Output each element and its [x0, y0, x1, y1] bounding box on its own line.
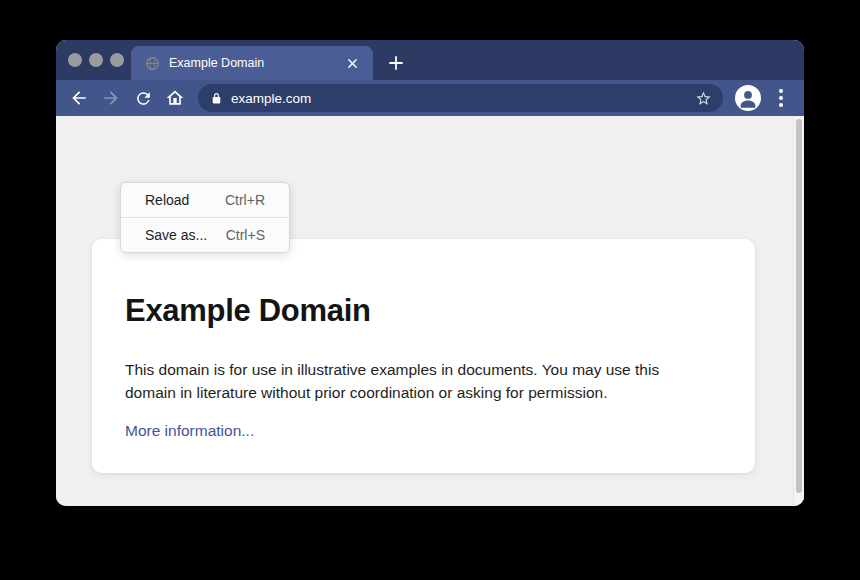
content-card: Example Domain This domain is for use in… — [92, 239, 755, 473]
window-minimize-button[interactable] — [89, 53, 103, 67]
page-title: Example Domain — [125, 293, 722, 329]
avatar-icon — [735, 85, 761, 111]
url-text: example.com — [231, 91, 691, 106]
menu-item-label: Reload — [145, 192, 189, 208]
body-line-1: This domain is for use in illustrative e… — [125, 358, 722, 381]
browser-window: Example Domain — [56, 40, 804, 506]
globe-favicon-icon — [145, 56, 160, 71]
three-dots-icon — [779, 89, 783, 93]
more-information-link[interactable]: More information... — [125, 422, 254, 440]
address-bar[interactable]: example.com — [198, 84, 723, 112]
back-button[interactable] — [65, 84, 93, 112]
page-content: Example Domain This domain is for use in… — [56, 116, 804, 506]
tab-title: Example Domain — [169, 56, 343, 70]
scrollbar-thumb[interactable] — [796, 119, 802, 493]
bookmark-button[interactable] — [691, 86, 715, 110]
reload-button[interactable] — [129, 84, 157, 112]
titlebar: Example Domain — [56, 40, 804, 80]
body-line-2: domain in literature without prior coord… — [125, 381, 722, 404]
context-menu-item-reload[interactable]: Reload Ctrl+R — [121, 183, 289, 217]
new-tab-button[interactable] — [382, 50, 410, 76]
tab-close-button[interactable] — [343, 54, 361, 72]
back-arrow-icon — [69, 88, 89, 108]
home-button[interactable] — [161, 84, 189, 112]
forward-button[interactable] — [97, 84, 125, 112]
body-text: This domain is for use in illustrative e… — [125, 358, 722, 404]
context-menu: Reload Ctrl+R Save as... Ctrl+S — [120, 182, 290, 253]
plus-icon — [388, 55, 404, 71]
menu-item-label: Save as... — [145, 227, 207, 243]
window-maximize-button[interactable] — [110, 53, 124, 67]
traffic-lights — [68, 53, 124, 67]
tab-example-domain[interactable]: Example Domain — [131, 46, 373, 80]
home-icon — [165, 88, 185, 108]
menu-item-shortcut: Ctrl+S — [226, 227, 265, 243]
context-menu-item-save-as[interactable]: Save as... Ctrl+S — [121, 218, 289, 252]
lock-icon — [210, 92, 223, 105]
forward-arrow-icon — [101, 88, 121, 108]
reload-icon — [134, 89, 153, 108]
toolbar: example.com — [56, 80, 804, 116]
browser-menu-button[interactable] — [769, 86, 793, 110]
close-icon — [347, 58, 358, 69]
menu-item-shortcut: Ctrl+R — [225, 192, 265, 208]
profile-button[interactable] — [735, 85, 761, 111]
scrollbar[interactable] — [793, 116, 804, 506]
star-icon — [695, 90, 712, 107]
window-close-button[interactable] — [68, 53, 82, 67]
